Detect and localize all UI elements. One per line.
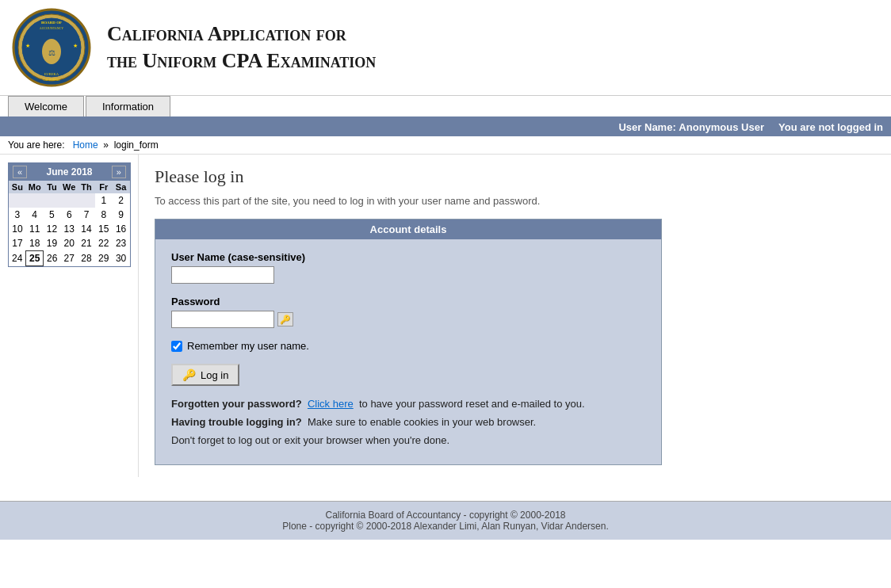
login-button[interactable]: 🔑 Log in [171,364,239,386]
calendar-day[interactable]: 5 [44,208,61,222]
calendar-day[interactable]: 14 [78,222,95,236]
calendar-day[interactable]: 10 [9,222,26,236]
svg-text:★: ★ [25,43,30,48]
intro-text: To access this part of the site, you nee… [155,195,875,207]
nav-tabs: Welcome Information [0,96,891,118]
calendar-week: 12 [9,193,130,208]
calendar-day[interactable]: 1 [95,193,113,208]
trouble-text: Having trouble logging in? Make sure to … [171,416,645,428]
trouble-detail: Make sure to enable cookies in your web … [308,416,536,428]
login-icon: 🔑 [182,368,196,381]
calendar-day[interactable]: 2 [113,193,130,208]
nav-tab-welcome[interactable]: Welcome [8,96,84,116]
cal-header-mo: Mo [26,181,44,193]
forgotten-password-text: Forgotten your password? Click here to h… [171,398,645,410]
calendar-day[interactable]: 24 [9,251,26,266]
password-input-row: 🔑 [171,311,645,328]
calendar-next-button[interactable]: » [112,166,126,178]
calendar-day[interactable]: 19 [44,236,61,251]
content-area: Please log in To access this part of the… [139,155,891,477]
calendar-day[interactable]: 21 [78,236,95,251]
calendar-day[interactable]: 27 [60,251,78,266]
account-details-box: Account details User Name (case-sensitiv… [155,219,662,465]
calendar-day[interactable]: 25 [26,251,44,266]
calendar-empty-cell [9,193,26,208]
login-status: You are not logged in [778,121,883,133]
account-box-content: User Name (case-sensitive) Password 🔑 Re… [155,239,661,464]
forgotten-password-prefix: Forgotten your password? [171,398,302,410]
calendar-day[interactable]: 9 [113,208,130,222]
calendar-day[interactable]: 15 [95,222,113,236]
remember-row: Remember my user name. [171,340,645,352]
login-button-label: Log in [201,369,228,381]
calendar-day[interactable]: 26 [44,251,61,266]
breadcrumb-current: login_form [114,139,159,151]
calendar-day[interactable]: 20 [60,236,78,251]
calendar-day[interactable]: 8 [95,208,113,222]
password-label: Password [171,296,645,307]
calendar-day[interactable]: 12 [44,222,61,236]
calendar-header: « June 2018 » [9,163,130,181]
password-input[interactable] [171,311,274,328]
calendar-day[interactable]: 29 [95,251,113,266]
calendar-week: 3456789 [9,208,130,222]
calendar-day[interactable]: 23 [113,236,130,251]
calendar-day[interactable]: 7 [78,208,95,222]
calendar-day[interactable]: 16 [113,222,130,236]
username-field-group: User Name (case-sensitive) [171,251,645,284]
cal-header-fr: Fr [95,181,113,193]
seal-svg: BOARD OF ACCOUNTANCY ⚖ EUREKA CALIFORNIA… [12,8,91,87]
site-title: California Application for the Uniform C… [107,21,376,74]
calendar-empty-cell [26,193,44,208]
svg-text:EUREKA: EUREKA [44,72,59,76]
calendar-empty-cell [78,193,95,208]
user-bar-label: User Name: [618,121,675,133]
calendar-day[interactable]: 11 [26,222,44,236]
calendar-month-year: June 2018 [46,166,92,178]
page-title: Please log in [155,166,875,187]
calendar-body: 1234567891011121314151617181920212223242… [9,193,130,266]
cal-header-sa: Sa [113,181,130,193]
calendar: « June 2018 » Su Mo Tu We Th Fr Sa [8,162,131,267]
account-box-header: Account details [155,220,661,239]
username-input[interactable] [171,266,274,284]
calendar-day[interactable]: 13 [60,222,78,236]
password-key-icon[interactable]: 🔑 [277,312,293,326]
calendar-day[interactable]: 6 [60,208,78,222]
remember-checkbox[interactable] [171,341,182,352]
calendar-empty-cell [60,193,78,208]
calendar-day[interactable]: 30 [113,251,130,266]
forgotten-password-link[interactable]: Click here [308,398,354,410]
calendar-day[interactable]: 3 [9,208,26,222]
cal-header-we: We [60,181,78,193]
svg-text:ACCOUNTANCY: ACCOUNTANCY [40,26,63,30]
calendar-day[interactable]: 28 [78,251,95,266]
logout-reminder: Don't forget to log out or exit your bro… [171,434,645,446]
site-title-block: California Application for the Uniform C… [107,21,376,74]
user-bar: User Name: Anonymous User You are not lo… [0,118,891,136]
calendar-day[interactable]: 18 [26,236,44,251]
calendar-week: 24252627282930 [9,251,130,266]
site-logo: BOARD OF ACCOUNTANCY ⚖ EUREKA CALIFORNIA… [12,8,91,87]
main-layout: « June 2018 » Su Mo Tu We Th Fr Sa [0,155,891,477]
breadcrumb-home[interactable]: Home [73,139,98,151]
svg-text:★: ★ [73,43,78,48]
nav-tab-information[interactable]: Information [86,96,170,116]
cal-header-th: Th [78,181,95,193]
password-field-group: Password 🔑 [171,296,645,328]
calendar-day-headers: Su Mo Tu We Th Fr Sa [9,181,130,193]
username-display: Anonymous User [679,121,764,133]
calendar-grid: Su Mo Tu We Th Fr Sa 1234567891011121314… [9,181,130,266]
calendar-day[interactable]: 22 [95,236,113,251]
calendar-day[interactable]: 4 [26,208,44,222]
username-label: User Name (case-sensitive) [171,251,645,263]
calendar-day[interactable]: 17 [9,236,26,251]
breadcrumb-prefix: You are here: [8,139,65,151]
remember-label[interactable]: Remember my user name. [187,340,309,352]
footer-line2: Plone - copyright © 2000-2018 Alexander … [8,521,883,532]
svg-text:BOARD OF: BOARD OF [41,21,62,25]
svg-text:⚖: ⚖ [48,48,55,57]
calendar-week: 10111213141516 [9,222,130,236]
calendar-prev-button[interactable]: « [13,166,27,178]
forgotten-password-suffix: to have your password reset and e-mailed… [359,398,585,410]
